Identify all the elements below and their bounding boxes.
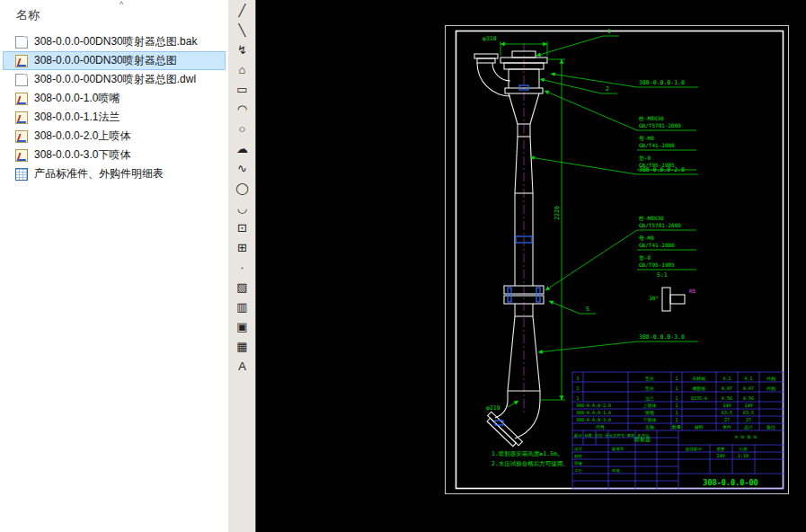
tool-spline[interactable]: ∿ [228,158,256,178]
svg-text:149: 149 [744,403,752,408]
file-list: 308-0.0.0-00DN30喷射器总图.bak 308-0.0.0-00DN… [0,27,228,183]
file-row[interactable]: 308-0.0.0-00DN30喷射器总图.bak [3,32,226,51]
dwl-file-icon [15,74,28,86]
file-row[interactable]: 308-0.0.0-3.0下喷体 [3,146,226,164]
tool-mtext[interactable]: A [228,356,256,376]
file-row[interactable]: 308-0.0.0-1.0喷嘴 [3,89,226,108]
ellipse-arc-icon: ◡ [237,201,247,215]
svg-text:1: 1 [576,395,579,401]
svg-text:Q235-A: Q235-A [691,395,707,401]
insert-block-icon: ⊡ [237,221,247,235]
part-label-nozzle: 308-0.0.0-1.0 [639,79,685,86]
balloon-1: 1 [607,28,611,35]
weight-value: 240 [716,453,724,458]
dwg-file-icon [15,149,28,162]
file-row[interactable]: 308-0.0.0-2.0上喷体 [3,127,226,146]
note-1: 1.喷射器安装高度≥1.5m。 [492,450,562,457]
title-block-text: 标记 处数 分区 更改文件号 签名 年月日 设计 校对 审核 工艺 标准化 批准… [574,433,758,487]
file-name: 308-0.0.0-3.0下喷体 [34,147,130,163]
tool-insert-block[interactable]: ⊡ [228,217,256,237]
file-row-selected[interactable]: 308-0.0.0-00DN30喷射器总图 [3,51,226,70]
svg-text:上喷体: 上喷体 [643,403,657,408]
spreadsheet-file-icon [15,168,28,181]
svg-text:1: 1 [675,403,678,408]
fastener-bolt-standard: GB/T5781-2000 [639,122,681,129]
dim-outlet-diameter: φ219 [486,404,500,412]
tool-gradient[interactable]: ▥ [228,297,256,316]
backup-file-icon [15,36,28,49]
file-name: 308-0.0.0-1.1法兰 [34,110,120,125]
tool-hatch[interactable]: ▨ [228,277,256,297]
svg-text:法兰: 法兰 [645,395,654,402]
svg-text:27: 27 [746,417,751,422]
detail-scale-label: 5:1 [657,271,668,279]
file-name: 308-0.0.0-1.0喷嘴 [34,91,120,106]
polyline-icon: ↯ [237,43,247,57]
parts-list-text: 3 垫片 1 石棉板 0.1 0.1 外购 2 垫片 1 橡胶板 0.07 0.… [576,376,775,430]
file-name: 308-0.0.0-00DN30喷射器总图.dwl [34,72,196,87]
fastener-nut: 母-M8 [639,135,654,142]
name-column-header[interactable]: 名称 [16,7,40,23]
svg-text:批准: 批准 [611,468,620,473]
tool-polyline[interactable]: ↯ [228,40,256,59]
svg-text:63.5: 63.5 [722,410,732,415]
tool-circle[interactable]: ○ [228,119,256,138]
svg-text:308-0.0.0-2.0: 308-0.0.0-2.0 [576,403,611,408]
tool-revision-cloud[interactable]: ☁ [228,138,256,158]
mtext-icon: A [238,359,246,373]
fastener-washer-2: 垫-8 [639,254,651,261]
fastener-bolt-standard-2: GB/T5781-2000 [639,222,681,228]
svg-text:比例: 比例 [740,447,748,452]
file-row[interactable]: 308-0.0.0-1.1法兰 [3,108,226,127]
svg-text:垫片: 垫片 [645,376,654,382]
dwg-file-icon [15,55,28,67]
svg-text:63.5: 63.5 [743,410,754,415]
fastener-bolt-2: 栓-M8X30 [638,215,664,222]
dim-overall-height: 2220 [554,206,561,220]
sort-ascending-icon: ^ [120,0,123,9]
dwg-file-icon [15,93,28,105]
svg-text:外购: 外购 [766,376,775,382]
tool-make-block[interactable]: ⊞ [228,237,256,257]
fastener-nut-2: 母-M8 [639,235,654,242]
svg-text:数量: 数量 [672,424,681,430]
tool-table[interactable]: ▦ [228,336,256,356]
tool-line[interactable]: ╱ [228,0,256,20]
svg-text:代号: 代号 [596,424,605,430]
tool-rectangle[interactable]: ▭ [228,79,256,99]
fastener-nut-standard-2: GB/T41-2000 [639,242,675,248]
svg-text:审核: 审核 [574,461,582,466]
file-list-header: ^ 名称 [0,0,228,27]
scale-value: 1:10 [738,453,748,458]
tool-polygon[interactable]: ⌂ [228,59,256,79]
tool-ellipse[interactable]: ◯ [228,178,256,198]
sheet-info: 共 张 第 张 [734,435,757,439]
part-label-upper-body: 308-0.0.0-2.0 [639,166,685,173]
draw-toolbar: ╱ ╲ ↯ ⌂ ▭ ◠ ○ ☁ ∿ ◯ ◡ ⊡ ⊞ ∙ ▨ ▥ ▣ ▦ A [228,0,256,532]
tool-ellipse-arc[interactable]: ◡ [228,198,256,217]
svg-text:重量: 重量 [717,447,725,451]
detail-angle-dim: 30° [649,295,659,301]
part-label-lower-body: 308-0.0.0-3.0 [639,333,685,341]
detail-radius-dim: R5 [689,288,696,294]
svg-text:备注: 备注 [766,424,775,430]
file-row[interactable]: 产品标准件、外购件明细表 [3,164,226,183]
tool-arc[interactable]: ◠ [228,99,256,119]
dwg-file-icon [15,130,28,143]
note-2: 2.水压试验合格后方可使用。 [492,460,569,467]
drawing-number: 308-0.0.0-00 [703,478,757,487]
svg-text:喷嘴: 喷嘴 [645,410,654,415]
file-row[interactable]: 308-0.0.0-00DN30喷射器总图.dwl [3,70,226,89]
table-icon: ▦ [236,340,247,353]
tool-point[interactable]: ∙ [228,257,256,277]
svg-text:设计: 设计 [574,447,582,451]
svg-text:1: 1 [675,386,678,391]
ejector-assembly-drawing[interactable]: φ310 2220 1 2 308-0.0.0-1.0 栓-M8X30 GB/T… [256,0,806,532]
cad-drawing-area[interactable]: φ310 2220 1 2 308-0.0.0-1.0 栓-M8X30 GB/T… [256,0,806,532]
line-icon: ╱ [239,4,246,17]
tool-region[interactable]: ▣ [228,316,256,336]
construction-line-icon: ╲ [239,23,246,37]
hatch-icon: ▨ [236,280,247,294]
tool-construction-line[interactable]: ╲ [228,20,256,40]
revision-cloud-icon: ☁ [236,142,248,155]
